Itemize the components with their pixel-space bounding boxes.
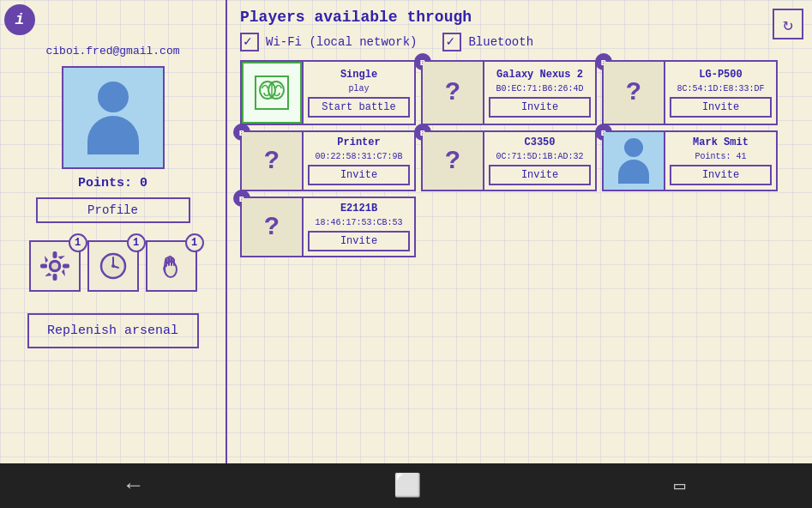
- players-grid: Single play Start battle ʙ ? Galaxy Nexu…: [240, 60, 803, 257]
- printer-card-mac: 00:22:58:31:C7:9B: [315, 152, 402, 161]
- printer-card-info: Printer 00:22:58:31:C7:9B Invite: [304, 132, 414, 190]
- printer-thumbnail: ?: [242, 132, 304, 190]
- galaxy-card-mac: B0:EC:71:B6:26:4D: [496, 84, 583, 94]
- svg-point-2: [51, 262, 59, 270]
- single-card-name: Single: [340, 69, 377, 81]
- sidebar: i ciboi.fred@gmail.com Points: 0 Profile: [0, 0, 227, 463]
- lg-invite-button[interactable]: Invite: [670, 97, 772, 118]
- wifi-checkbox[interactable]: [240, 33, 259, 51]
- avatar-body: [87, 116, 139, 154]
- wifi-option: Wi-Fi (local network): [240, 33, 417, 51]
- mark-avatar-body: [618, 160, 649, 184]
- wave-power-wrap: 1: [146, 240, 197, 292]
- gear-power-wrap: 1: [29, 240, 81, 292]
- c3350-card-info: C3350 0C:71:5D:1B:AD:32 Invite: [484, 132, 595, 190]
- e2121b-invite-button[interactable]: Invite: [308, 231, 410, 251]
- replenish-arsenal-button[interactable]: Replenish arsenal: [27, 313, 199, 348]
- c3350-card-name: C3350: [524, 136, 555, 148]
- gear-icon: [39, 251, 70, 281]
- question-mark-icon: ?: [445, 78, 460, 107]
- question-mark-icon-5: ?: [264, 213, 280, 242]
- single-thumbnail: [242, 62, 304, 124]
- recents-button[interactable]: ▭: [674, 475, 685, 498]
- lg-card-name: LG-P500: [699, 69, 742, 81]
- players-row-3: ʙ ? E2121B 18:46:17:53:CB:53 Invite: [240, 197, 803, 257]
- svg-point-10: [111, 264, 115, 268]
- wave-badge: 1: [185, 233, 204, 252]
- galaxy-card-info: Galaxy Nexus 2 B0:EC:71:B6:26:4D Invite: [484, 62, 595, 124]
- network-options-row: Wi-Fi (local network) Bluetooth: [240, 33, 803, 51]
- app-icon: i: [4, 4, 35, 35]
- question-mark-icon-4: ?: [445, 147, 460, 176]
- points-label: Points: 0: [78, 176, 147, 190]
- bluetooth-checkbox[interactable]: [442, 33, 461, 51]
- mark-thumbnail: [604, 132, 665, 190]
- printer-card-name: Printer: [337, 136, 380, 148]
- avatar-head: [98, 82, 129, 112]
- lg-card-mac: 8C:54:1D:E8:33:DF: [677, 84, 764, 94]
- clock-icon: [98, 251, 129, 281]
- home-button[interactable]: ⬜: [394, 472, 421, 499]
- bluetooth-option: Bluetooth: [442, 33, 533, 51]
- single-card-sub: play: [348, 84, 369, 94]
- mark-card-info: Mark Smit Points: 41 Invite: [665, 132, 776, 190]
- gear-badge: 1: [69, 233, 87, 252]
- e2121b-card-mac: 18:46:17:53:CB:53: [315, 218, 402, 227]
- power-icons-row: 1 1: [29, 240, 197, 292]
- mark-avatar-head: [624, 138, 643, 157]
- main-content: Players available through Wi-Fi (local n…: [227, 0, 812, 463]
- refresh-button[interactable]: ↻: [773, 9, 803, 39]
- mark-card-name: Mark Smit: [693, 136, 749, 148]
- question-mark-icon-2: ?: [626, 78, 641, 107]
- printer-invite-button[interactable]: Invite: [308, 165, 410, 185]
- players-row-2: ʙ ? Printer 00:22:58:31:C7:9B Invite ʙ ?…: [240, 130, 803, 191]
- mark-card-points: Points: 41: [695, 152, 746, 161]
- galaxy-thumbnail: ?: [423, 62, 484, 124]
- mark-smit-card: ʙ Mark Smit Points: 41 Invite: [602, 130, 778, 191]
- start-battle-button[interactable]: Start battle: [308, 97, 410, 118]
- galaxy-card-name: Galaxy Nexus 2: [496, 69, 583, 81]
- svg-rect-4: [53, 275, 56, 280]
- c3350-card: ʙ ? C3350 0C:71:5D:1B:AD:32 Invite: [421, 130, 597, 191]
- e2121b-thumbnail: ?: [242, 198, 304, 256]
- lg-p500-card: ʙ ? LG-P500 8C:54:1D:E8:33:DF Invite: [602, 60, 778, 125]
- lg-thumbnail: ?: [604, 62, 665, 124]
- main-title: Players available through: [240, 9, 803, 26]
- clock-badge: 1: [127, 233, 146, 252]
- lg-card-info: LG-P500 8C:54:1D:E8:33:DF Invite: [665, 62, 776, 124]
- c3350-invite-button[interactable]: Invite: [489, 165, 591, 185]
- galaxy-invite-button[interactable]: Invite: [489, 97, 591, 118]
- bluetooth-label: Bluetooth: [468, 35, 533, 49]
- back-button[interactable]: ←: [127, 473, 141, 499]
- wifi-label: Wi-Fi (local network): [266, 35, 417, 49]
- question-mark-icon-3: ?: [264, 147, 280, 176]
- svg-rect-3: [53, 252, 56, 257]
- single-card-info: Single play Start battle: [304, 62, 414, 124]
- avatar-person: [87, 82, 139, 154]
- clock-power-wrap: 1: [87, 240, 139, 292]
- avatar: [62, 66, 165, 169]
- profile-button[interactable]: Profile: [36, 197, 190, 223]
- e2121b-card: ʙ ? E2121B 18:46:17:53:CB:53 Invite: [240, 197, 416, 257]
- svg-rect-6: [63, 265, 69, 268]
- svg-rect-5: [41, 265, 46, 268]
- c3350-card-mac: 0C:71:5D:1B:AD:32: [496, 152, 583, 161]
- mark-avatar: [618, 138, 649, 184]
- galaxy-nexus-card: ʙ ? Galaxy Nexus 2 B0:EC:71:B6:26:4D Inv…: [421, 60, 597, 125]
- single-play-card: Single play Start battle: [240, 60, 416, 125]
- wave-icon: [156, 251, 187, 281]
- printer-card: ʙ ? Printer 00:22:58:31:C7:9B Invite: [240, 130, 416, 191]
- brain-icon: [242, 62, 302, 124]
- nav-bar: ← ⬜ ▭: [0, 463, 812, 508]
- mark-invite-button[interactable]: Invite: [670, 165, 772, 185]
- players-row-1: Single play Start battle ʙ ? Galaxy Nexu…: [240, 60, 803, 125]
- user-email: ciboi.fred@gmail.com: [45, 45, 179, 57]
- e2121b-card-name: E2121B: [340, 203, 377, 215]
- e2121b-card-info: E2121B 18:46:17:53:CB:53 Invite: [304, 198, 414, 256]
- c3350-thumbnail: ?: [423, 132, 484, 190]
